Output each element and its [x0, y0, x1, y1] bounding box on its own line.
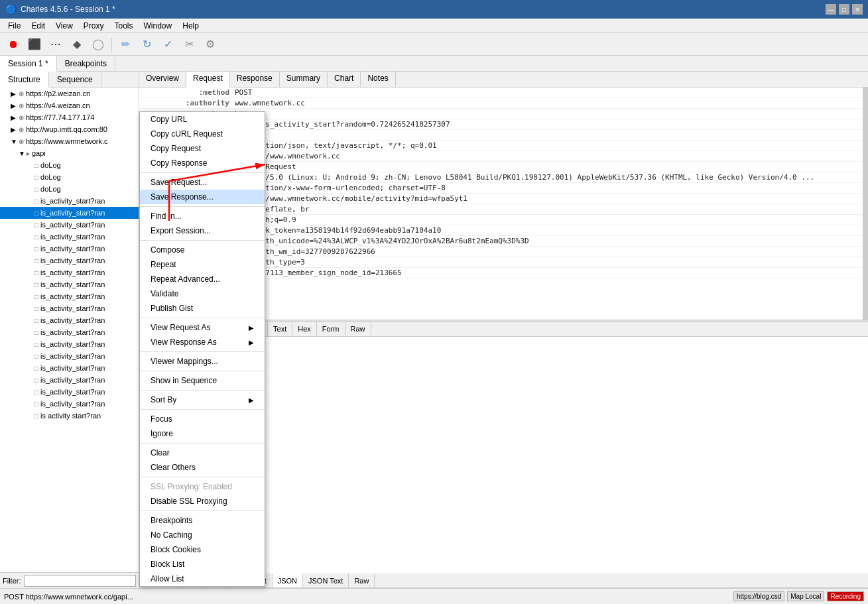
close-button[interactable]: ✕ [852, 4, 863, 15]
tree-item[interactable]: □is_activity_start?ran [0, 243, 139, 255]
maximize-button[interactable]: □ [839, 4, 849, 15]
right-tab-request[interactable]: Request [186, 72, 230, 88]
winstone-button[interactable]: ◯ [89, 35, 107, 54]
breakpoints-tab[interactable]: Breakpoints [57, 56, 115, 71]
tree-item[interactable]: ▶⊕https://v4.weizan.cn [0, 99, 139, 111]
tree-item[interactable]: □is_activity_start?ran [0, 207, 139, 219]
right-tab-overview[interactable]: Overview [139, 72, 186, 87]
menu-item-show-in-sequence[interactable]: Show in Sequence [140, 373, 265, 388]
menu-item-help[interactable]: Help [177, 20, 204, 32]
throttle-button[interactable]: ⋯ [46, 35, 65, 54]
bottom-tab-text[interactable]: Text [268, 322, 292, 336]
menu-item-publish-gist[interactable]: Publish Gist [140, 301, 265, 316]
tree-item[interactable]: □is_activity_start?ran [0, 326, 139, 338]
menu-item-view-request-as[interactable]: View Request As▶ [140, 320, 265, 335]
menu-item-view[interactable]: View [50, 20, 78, 32]
menu-item-tools[interactable]: Tools [109, 20, 139, 32]
tree-item[interactable]: □is_activity_start?ran [0, 338, 139, 350]
tree-item[interactable]: □doLog [0, 183, 139, 195]
check-button[interactable]: ✓ [158, 35, 177, 54]
tree-item[interactable]: □is_activity_start?ran [0, 219, 139, 231]
tree-item[interactable]: ▶⊕https://p2.weizan.cn [0, 88, 139, 99]
right-tab-chart[interactable]: Chart [328, 72, 361, 87]
menu-item-disable-ssl-proxying[interactable]: Disable SSL Proxying [140, 494, 265, 509]
tree-item[interactable]: □doLog [0, 171, 139, 183]
tree-item[interactable]: □is_activity_start?ran [0, 350, 139, 362]
menu-item-view-response-as[interactable]: View Response As▶ [140, 335, 265, 349]
tree-node-icon: □ [34, 221, 38, 229]
menu-item-export-session---[interactable]: Export Session... [140, 223, 265, 238]
menu-item-no-caching[interactable]: No Caching [140, 528, 265, 542]
menu-item-copy-url[interactable]: Copy URL [140, 112, 265, 127]
menu-item-clear-others[interactable]: Clear Others [140, 460, 265, 475]
tree-item[interactable]: □is_activity_start?ran [0, 195, 139, 207]
tree-item[interactable]: □is_activity_start?ran [0, 231, 139, 243]
menu-item-copy-response[interactable]: Copy Response [140, 156, 265, 170]
tree-item[interactable]: □is activity start?ran [0, 410, 139, 422]
menu-item-save-request---[interactable]: Save Request... [140, 175, 265, 190]
menu-item-copy-request[interactable]: Copy Request [140, 141, 265, 156]
right-tab-notes[interactable]: Notes [361, 72, 395, 87]
gear-button[interactable]: ⚙ [201, 35, 219, 54]
right-tab-summary[interactable]: Summary [280, 72, 328, 87]
session-tab-1[interactable]: Session 1 * [0, 56, 57, 72]
filter-input[interactable] [24, 575, 137, 587]
tree-item[interactable]: ▼⊕https://www.wmnetwork.c [0, 135, 139, 147]
menu-item-edit[interactable]: Edit [26, 20, 50, 32]
menu-item-repeat[interactable]: Repeat [140, 257, 265, 272]
tree-item[interactable]: □is_activity_start?ran [0, 398, 139, 410]
menu-item-window[interactable]: Window [139, 20, 178, 32]
response-lower-tab-raw[interactable]: Raw [349, 574, 375, 587]
menu-item-repeat-advanced---[interactable]: Repeat Advanced... [140, 272, 265, 286]
bottom-tab-raw[interactable]: Raw [345, 322, 371, 336]
minimize-button[interactable]: — [826, 4, 836, 15]
record-button[interactable]: ⏺ [4, 35, 23, 54]
tree-node-icon: □ [34, 329, 38, 336]
menu-item-file[interactable]: File [3, 20, 26, 32]
menu-item-focus[interactable]: Focus [140, 412, 265, 426]
tree-item[interactable]: □is_activity_start?ran [0, 267, 139, 278]
bottom-tab-hex[interactable]: Hex [292, 322, 317, 336]
menu-item-find-in---[interactable]: Find In... [140, 209, 265, 223]
menu-item-block-list[interactable]: Block List [140, 557, 265, 572]
tree-container[interactable]: ▶⊕https://p2.weizan.cn▶⊕https://v4.weiza… [0, 88, 139, 572]
stop-button[interactable]: ⬛ [25, 35, 44, 54]
response-lower-tab-json[interactable]: JSON [273, 574, 303, 587]
structure-tab[interactable]: Structure [0, 72, 49, 88]
menu-item-sort-by[interactable]: Sort By▶ [140, 393, 265, 407]
menu-item-clear[interactable]: Clear [140, 446, 265, 460]
menu-item-save-response---[interactable]: Save Response... [140, 190, 265, 204]
breakpoints-button[interactable]: ◆ [68, 35, 86, 54]
menu-item-block-cookies[interactable]: Block Cookies [140, 542, 265, 557]
tree-item[interactable]: ▼▸gapi [0, 147, 139, 159]
menu-item-label: SSL Proxying: Enabled [151, 482, 232, 491]
pen-button[interactable]: ✏ [116, 35, 135, 54]
tree-item[interactable]: □is_activity_start?ran [0, 302, 139, 314]
tree-item[interactable]: □is_activity_start?ran [0, 374, 139, 386]
tree-item[interactable]: □is_activity_start?ran [0, 362, 139, 374]
tree-item[interactable]: □is_activity_start?ran [0, 386, 139, 398]
bottom-tab-form[interactable]: Form [317, 322, 345, 336]
tools-button[interactable]: ✂ [180, 35, 198, 54]
menu-item-copy-curl-request[interactable]: Copy cURL Request [140, 127, 265, 141]
sequence-tab[interactable]: Sequence [49, 72, 101, 87]
menu-item-breakpoints[interactable]: Breakpoints [140, 513, 265, 528]
menu-item-validate[interactable]: Validate [140, 286, 265, 301]
menu-item-allow-list[interactable]: Allow List [140, 572, 265, 586]
refresh-button[interactable]: ↻ [137, 35, 156, 54]
menu-separator [140, 172, 265, 173]
tree-item[interactable]: □is_activity_start?ran [0, 278, 139, 290]
menu-item-viewer-mappings---[interactable]: Viewer Mappings... [140, 354, 265, 369]
right-tab-response[interactable]: Response [230, 72, 280, 87]
response-lower-tab-json-text[interactable]: JSON Text [303, 574, 349, 587]
tree-item[interactable]: ▶⊕http://wup.imtt.qq.com:80 [0, 123, 139, 135]
menu-item-proxy[interactable]: Proxy [78, 20, 109, 32]
tree-item[interactable]: ▶⊕https://77.74.177.174 [0, 111, 139, 123]
tree-item[interactable]: □is_activity_start?ran [0, 314, 139, 326]
tree-item[interactable]: □is_activity_start?ran [0, 290, 139, 302]
tree-node-icon: □ [34, 162, 38, 169]
tree-item[interactable]: □is_activity_start?ran [0, 255, 139, 267]
menu-item-compose[interactable]: Compose [140, 243, 265, 257]
menu-item-ignore[interactable]: Ignore [140, 426, 265, 441]
tree-item[interactable]: □doLog [0, 159, 139, 171]
